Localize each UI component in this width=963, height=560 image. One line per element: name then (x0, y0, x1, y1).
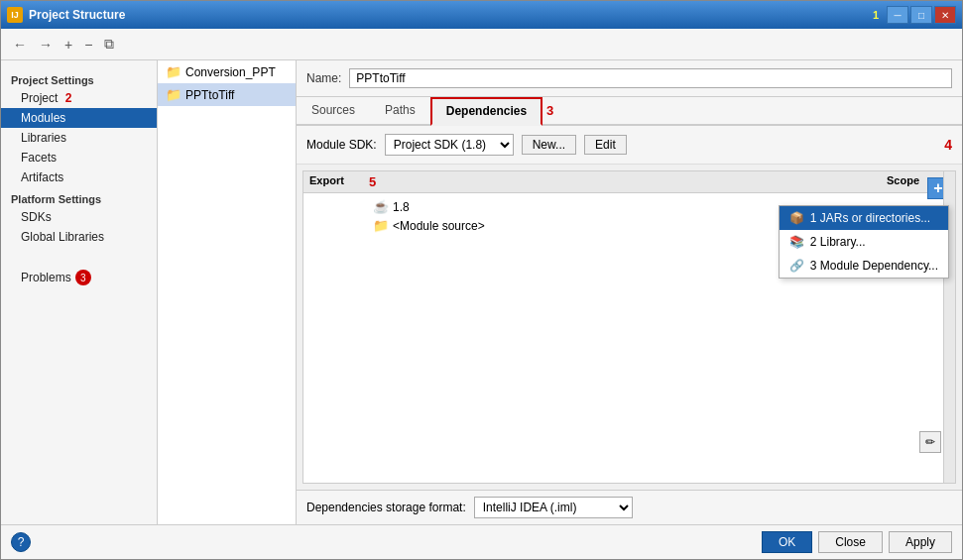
name-label: Name: (306, 71, 341, 85)
dropdown-item-library[interactable]: 📚 2 Library... (780, 230, 948, 254)
module-dep-icon: 🔗 (789, 259, 804, 273)
apply-button[interactable]: Apply (889, 531, 952, 553)
step-1-badge: 1 (873, 9, 879, 21)
sidebar-item-project[interactable]: Project 2 (1, 88, 157, 108)
close-button[interactable]: ✕ (934, 6, 956, 24)
back-button[interactable]: ← (9, 35, 31, 55)
window-controls: ─ □ ✕ (887, 6, 956, 24)
copy-module-button[interactable]: ⧉ (100, 34, 118, 55)
right-panel: Name: Sources Paths Dependencies 3 Modul… (297, 60, 962, 524)
library-icon: 📚 (789, 235, 804, 249)
ok-button[interactable]: OK (762, 531, 812, 553)
storage-format-row: Dependencies storage format: IntelliJ ID… (297, 490, 962, 524)
tab-paths[interactable]: Paths (370, 97, 430, 126)
name-input[interactable] (349, 68, 952, 88)
name-row: Name: (297, 60, 962, 97)
tab-sources[interactable]: Sources (297, 97, 370, 126)
bottom-bar: ? OK Close Apply (1, 524, 962, 559)
help-button[interactable]: ? (11, 532, 31, 552)
sidebar-item-sdks[interactable]: SDKs (1, 207, 157, 227)
sidebar-item-global-libraries[interactable]: Global Libraries (1, 227, 157, 247)
tab-dependencies[interactable]: Dependencies (430, 97, 542, 126)
sidebar-item-facets[interactable]: Facets (1, 148, 157, 168)
dropdown-item-jars[interactable]: 📦 1 JARs or directories... (780, 206, 948, 230)
sdk-row: Module SDK: Project SDK (1.8) New... Edi… (297, 126, 962, 165)
edit-dependency-button[interactable]: ✏ (919, 431, 941, 453)
sidebar-item-problems[interactable]: Problems 3 (1, 267, 157, 288)
problems-count-badge: 3 (75, 270, 91, 285)
step-2-badge: 2 (65, 91, 72, 105)
forward-button[interactable]: → (35, 35, 57, 55)
remove-module-button[interactable]: − (80, 35, 96, 55)
platform-settings-section: Platform Settings (1, 187, 157, 207)
name-column-header: 5 (369, 174, 870, 189)
tabs-row: Sources Paths Dependencies 3 (297, 97, 962, 126)
jars-icon: 📦 (789, 211, 804, 225)
edit-sdk-button[interactable]: Edit (584, 135, 627, 155)
main-content: Project Settings Project 2 Modules Libra… (1, 60, 962, 524)
minimize-button[interactable]: ─ (887, 6, 908, 24)
dropdown-item-module-dep[interactable]: 🔗 3 Module Dependency... (780, 254, 948, 278)
close-dialog-button[interactable]: Close (818, 531, 883, 553)
jdk-icon: ☕ (373, 199, 389, 214)
sdk-label: Module SDK: (306, 138, 377, 152)
new-sdk-button[interactable]: New... (522, 135, 576, 155)
export-column-header: Export (309, 174, 369, 189)
add-module-button[interactable]: + (60, 35, 76, 55)
module-item-conversion-ppt[interactable]: 📁 Conversion_PPT (158, 60, 296, 83)
project-settings-section: Project Settings (1, 68, 157, 88)
sidebar-item-libraries[interactable]: Libraries (1, 128, 157, 148)
storage-label: Dependencies storage format: (306, 501, 466, 514)
main-window: IJ Project Structure 1 ─ □ ✕ ← → + − ⧉ P… (0, 0, 963, 560)
maximize-button[interactable]: □ (910, 6, 932, 24)
toolbar: ← → + − ⧉ (1, 29, 962, 60)
source-folder-icon: 📁 (373, 218, 389, 233)
sidebar-item-modules[interactable]: Modules (1, 108, 157, 128)
module-sdk-select[interactable]: Project SDK (1.8) (385, 134, 514, 156)
step-3-badge: 3 (542, 97, 557, 124)
sidebar: Project Settings Project 2 Modules Libra… (1, 60, 158, 524)
add-dependency-dropdown: 📦 1 JARs or directories... 📚 2 Library..… (779, 205, 949, 279)
step-5-badge: 5 (369, 174, 376, 189)
app-icon: IJ (7, 7, 23, 23)
problems-section: Problems 3 (1, 267, 157, 288)
folder-icon: 📁 (166, 64, 181, 79)
storage-format-select[interactable]: IntelliJ IDEA (.iml) (474, 497, 633, 518)
window-title: Project Structure (29, 8, 873, 22)
step-4-badge: 4 (944, 137, 952, 153)
title-bar: IJ Project Structure 1 ─ □ ✕ (1, 1, 962, 29)
module-item-ppt-to-tiff[interactable]: 📁 PPTtoTiff (158, 83, 296, 106)
table-header: Export 5 Scope (303, 171, 955, 193)
sidebar-item-artifacts[interactable]: Artifacts (1, 168, 157, 187)
module-list: 📁 Conversion_PPT 📁 PPTtoTiff (158, 60, 297, 524)
dependency-table: Export 5 Scope ☕ 1.8 (302, 170, 956, 484)
folder-icon: 📁 (166, 87, 181, 102)
